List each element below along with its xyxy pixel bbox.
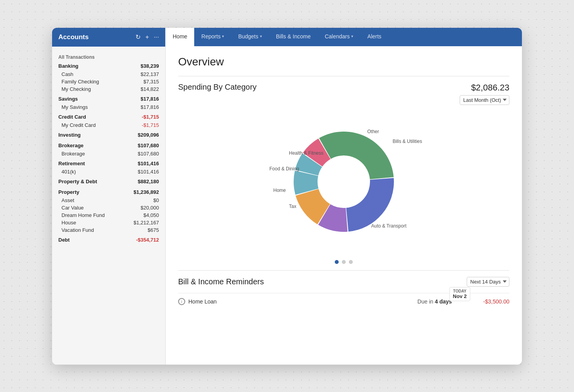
page-title: Overview bbox=[178, 56, 509, 68]
account-group-header[interactable]: Brokerage$107,680 bbox=[52, 141, 165, 150]
dot-1[interactable] bbox=[335, 260, 339, 264]
sidebar-header: Accounts ↻ + ··· bbox=[52, 28, 165, 47]
nav-item-reports[interactable]: Reports▾ bbox=[194, 28, 231, 46]
nav-item-label: Reports bbox=[201, 33, 220, 40]
nav-item-bills---income[interactable]: Bills & Income bbox=[269, 28, 318, 46]
account-item-amount: $7,315 bbox=[143, 79, 159, 85]
list-item[interactable]: Brokerage$107,680 bbox=[52, 150, 165, 157]
account-item-name: 401(k) bbox=[61, 169, 76, 175]
donut-chart: Bills & Utilities Auto & Transport Tax H… bbox=[277, 115, 410, 248]
list-item[interactable]: Asset$0 bbox=[52, 197, 165, 204]
main-content: HomeReports▾Budgets▾Bills & IncomeCalend… bbox=[166, 28, 522, 365]
account-item-name: Asset bbox=[61, 197, 74, 203]
bill-period-select[interactable]: Next 14 DaysNext 7 DaysNext 30 Days bbox=[467, 277, 509, 287]
add-account-icon[interactable]: + bbox=[145, 34, 149, 41]
refresh-icon[interactable]: ↻ bbox=[135, 33, 141, 41]
chevron-down-icon: ▾ bbox=[222, 34, 224, 38]
account-group-amount: -$354,712 bbox=[136, 237, 159, 243]
sidebar-groups: Banking$38,239Cash$22,137Family Checking… bbox=[52, 61, 165, 244]
more-options-icon[interactable]: ··· bbox=[154, 34, 159, 41]
donut-segments bbox=[294, 132, 394, 232]
list-item[interactable]: 401(k)$101,416 bbox=[52, 168, 165, 175]
list-item[interactable]: Dream Home Fund$4,050 bbox=[52, 211, 165, 219]
account-group-name: Retirement bbox=[58, 161, 85, 166]
list-item[interactable]: My Credit Card-$1,715 bbox=[52, 121, 165, 129]
nav-item-home[interactable]: Home bbox=[166, 28, 194, 46]
chart-container: Bills & Utilities Auto & Transport Tax H… bbox=[178, 111, 509, 256]
account-group-name: Credit Card bbox=[58, 114, 86, 120]
list-item[interactable]: Car Value$20,000 bbox=[52, 204, 165, 211]
account-group-header[interactable]: Investing$209,096 bbox=[52, 130, 165, 139]
period-select[interactable]: Last Month (Oct)This MonthLast 3 Months bbox=[460, 95, 509, 105]
bill-row: iHome LoanDue in 4 daysTODAYNov 2-$3,500… bbox=[178, 293, 509, 310]
account-item-amount: $20,000 bbox=[141, 205, 159, 211]
account-group: Property & Debt$882,180 bbox=[52, 177, 165, 186]
nav-item-label: Calendars bbox=[325, 33, 350, 40]
account-group-amount: $1,236,892 bbox=[134, 189, 159, 195]
nav-item-budgets[interactable]: Budgets▾ bbox=[231, 28, 269, 46]
bill-amount: -$3,500.00 bbox=[483, 298, 509, 305]
account-group: Retirement$101,416401(k)$101,416 bbox=[52, 159, 165, 175]
account-item-amount: $4,050 bbox=[143, 212, 159, 218]
chart-segment-0[interactable] bbox=[319, 132, 393, 179]
account-group: Debt-$354,712 bbox=[52, 235, 165, 244]
bill-section: Bill & Income Reminders Next 14 DaysNext… bbox=[178, 277, 509, 310]
chevron-down-icon: ▾ bbox=[351, 34, 353, 38]
list-item[interactable]: Vacation Fund$675 bbox=[52, 226, 165, 234]
account-group: Banking$38,239Cash$22,137Family Checking… bbox=[52, 61, 165, 93]
list-item[interactable]: Cash$22,137 bbox=[52, 70, 165, 78]
account-group: Investing$209,096 bbox=[52, 130, 165, 139]
account-group: Property$1,236,892Asset$0Car Value$20,00… bbox=[52, 188, 165, 234]
account-item-amount: $101,416 bbox=[138, 169, 159, 175]
account-group-amount: $38,239 bbox=[141, 63, 159, 69]
account-group-header[interactable]: Credit Card-$1,715 bbox=[52, 112, 165, 121]
all-transactions-label: All Transactions bbox=[52, 51, 165, 61]
dot-2[interactable] bbox=[342, 260, 346, 264]
account-group: Savings$17,816My Savings$17,816 bbox=[52, 94, 165, 111]
list-item[interactable]: My Checking$14,822 bbox=[52, 85, 165, 93]
nav-item-label: Home bbox=[173, 33, 187, 40]
chart-segment-1[interactable] bbox=[346, 178, 394, 231]
account-group-header[interactable]: Property$1,236,892 bbox=[52, 188, 165, 197]
bill-due: Due in 4 days bbox=[417, 298, 452, 305]
spending-title: Spending By Category bbox=[178, 83, 256, 92]
account-group-header[interactable]: Property & Debt$882,180 bbox=[52, 177, 165, 186]
account-group-header[interactable]: Savings$17,816 bbox=[52, 94, 165, 103]
account-group-name: Brokerage bbox=[58, 143, 83, 148]
account-item-amount: $1,212,167 bbox=[134, 220, 159, 226]
account-item-amount: $17,816 bbox=[141, 104, 159, 110]
spending-total: $2,086.23 bbox=[460, 83, 509, 93]
account-group-amount: $101,416 bbox=[138, 161, 159, 166]
list-item[interactable]: My Savings$17,816 bbox=[52, 103, 165, 111]
account-group-name: Property bbox=[58, 189, 79, 195]
account-item-amount: -$1,715 bbox=[142, 122, 159, 128]
divider-1 bbox=[178, 76, 509, 76]
bill-header: Bill & Income Reminders Next 14 DaysNext… bbox=[178, 277, 509, 287]
sidebar-actions: ↻ + ··· bbox=[135, 33, 159, 41]
app-window: Accounts ↻ + ··· All Transactions Bankin… bbox=[52, 28, 522, 365]
account-group-name: Investing bbox=[58, 132, 81, 138]
account-item-name: My Credit Card bbox=[61, 122, 96, 128]
account-item-name: My Savings bbox=[61, 104, 88, 110]
divider-2 bbox=[178, 270, 509, 271]
account-group-name: Banking bbox=[58, 63, 78, 69]
account-item-name: Brokerage bbox=[61, 151, 85, 157]
account-group-header[interactable]: Retirement$101,416 bbox=[52, 159, 165, 168]
account-item-amount: $675 bbox=[148, 227, 159, 233]
list-item[interactable]: Family Checking$7,315 bbox=[52, 78, 165, 85]
dot-3[interactable] bbox=[349, 260, 353, 264]
account-group-header[interactable]: Debt-$354,712 bbox=[52, 235, 165, 244]
account-group-name: Property & Debt bbox=[58, 179, 97, 184]
nav-item-label: Bills & Income bbox=[276, 33, 311, 40]
nav-item-alerts[interactable]: Alerts bbox=[360, 28, 388, 46]
account-item-name: Cash bbox=[61, 71, 73, 77]
account-group-header[interactable]: Banking$38,239 bbox=[52, 61, 165, 70]
account-group: Credit Card-$1,715My Credit Card-$1,715 bbox=[52, 112, 165, 129]
carousel-dots bbox=[178, 260, 509, 264]
list-item[interactable]: House$1,212,167 bbox=[52, 219, 165, 226]
account-item-amount: $22,137 bbox=[141, 71, 159, 77]
nav-item-calendars[interactable]: Calendars▾ bbox=[318, 28, 360, 46]
bill-name: Home Loan bbox=[188, 298, 417, 305]
account-group-amount: -$1,715 bbox=[142, 114, 159, 120]
account-group-name: Savings bbox=[58, 96, 78, 102]
